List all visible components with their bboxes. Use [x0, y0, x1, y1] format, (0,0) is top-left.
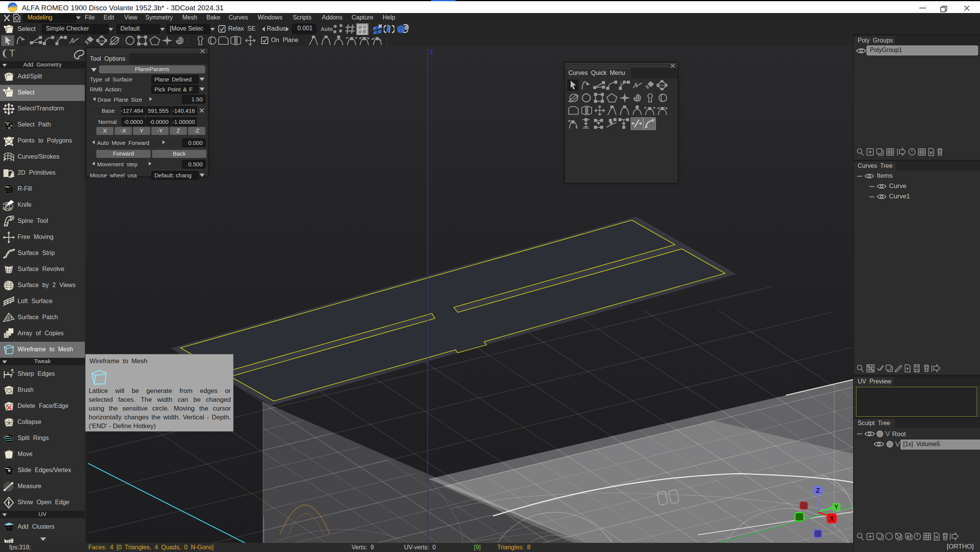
svg-text:Z: Z: [816, 487, 820, 494]
svg-text:X: X: [829, 515, 834, 523]
svg-text:PEN: PEN: [99, 39, 104, 43]
svg-text:Z: Z: [430, 49, 433, 55]
svg-text:PEN: PEN: [659, 84, 665, 87]
svg-text:Y: Y: [834, 504, 839, 510]
